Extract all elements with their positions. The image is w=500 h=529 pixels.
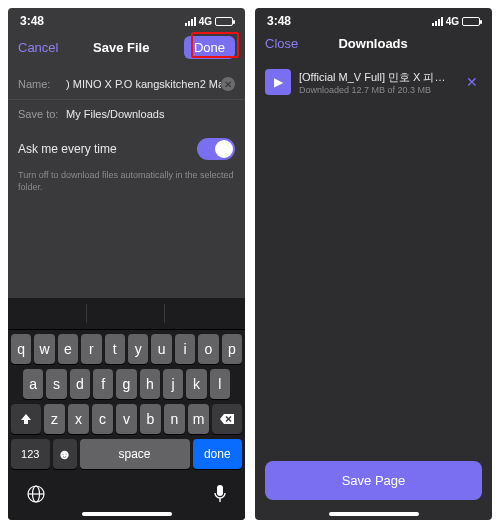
emoji-key[interactable]: ☻ (53, 439, 77, 469)
key-f[interactable]: f (93, 369, 113, 399)
download-item[interactable]: ▶ [Official M_V Full] 민호 X 피오 - 쓰담쓰담 (… … (255, 61, 492, 103)
space-key[interactable]: space (80, 439, 190, 469)
save-file-screen: 3:48 4G Cancel Save File Done Name: ) MI… (8, 8, 245, 520)
battery-icon (215, 17, 233, 26)
hint-text: Turn off to download files automatically… (8, 170, 245, 201)
keyboard: qwertyuiop asdfghjkl zxcvbnm 123 ☻ space… (8, 298, 245, 520)
status-time: 3:48 (20, 14, 44, 28)
ask-toggle-row: Ask me every time (8, 128, 245, 170)
done-button[interactable]: Done (184, 36, 235, 59)
key-h[interactable]: h (140, 369, 160, 399)
key-z[interactable]: z (44, 404, 65, 434)
key-s[interactable]: s (46, 369, 66, 399)
page-title: Downloads (338, 36, 407, 51)
nav-bar: Close Downloads (255, 30, 492, 61)
key-u[interactable]: u (151, 334, 171, 364)
saveto-value: My Files/Downloads (66, 108, 235, 120)
play-icon: ▶ (265, 69, 291, 95)
saveto-row[interactable]: Save to: My Files/Downloads (8, 100, 245, 128)
key-x[interactable]: x (68, 404, 89, 434)
key-j[interactable]: j (163, 369, 183, 399)
cancel-download-icon[interactable]: ✕ (462, 74, 482, 90)
key-d[interactable]: d (70, 369, 90, 399)
key-p[interactable]: p (222, 334, 242, 364)
ask-toggle[interactable] (197, 138, 235, 160)
name-label: Name: (18, 78, 66, 90)
close-button[interactable]: Close (265, 36, 298, 51)
key-i[interactable]: i (175, 334, 195, 364)
name-row: Name: ) MINO X P.O kangskitchen2 Main Th… (8, 69, 245, 100)
battery-icon (462, 17, 480, 26)
nav-bar: Cancel Save File Done (8, 30, 245, 69)
numbers-key[interactable]: 123 (11, 439, 50, 469)
kb-done-key[interactable]: done (193, 439, 243, 469)
save-page-button[interactable]: Save Page (265, 461, 482, 500)
key-o[interactable]: o (198, 334, 218, 364)
key-e[interactable]: e (58, 334, 78, 364)
key-b[interactable]: b (140, 404, 161, 434)
page-title: Save File (93, 40, 149, 55)
download-subtitle: Downloaded 12.7 MB of 20.3 MB (299, 85, 454, 95)
svg-rect-5 (217, 485, 223, 496)
home-indicator[interactable] (82, 512, 172, 516)
key-n[interactable]: n (164, 404, 185, 434)
key-l[interactable]: l (210, 369, 230, 399)
key-c[interactable]: c (92, 404, 113, 434)
kb-row1: qwertyuiop (11, 334, 242, 364)
suggestion-bar[interactable] (8, 298, 245, 330)
network-label: 4G (199, 16, 212, 27)
status-time: 3:48 (267, 14, 291, 28)
mic-icon[interactable] (213, 484, 227, 504)
key-a[interactable]: a (23, 369, 43, 399)
saveto-label: Save to: (18, 108, 66, 120)
status-bar: 3:48 4G (255, 8, 492, 30)
kb-row2: asdfghjkl (11, 369, 242, 399)
name-input[interactable]: ) MINO X P.O kangskitchen2 Main Theme.r (66, 78, 221, 90)
key-r[interactable]: r (81, 334, 101, 364)
signal-icon (185, 17, 196, 26)
status-bar: 3:48 4G (8, 8, 245, 30)
signal-icon (432, 17, 443, 26)
ask-label: Ask me every time (18, 142, 117, 156)
key-g[interactable]: g (116, 369, 136, 399)
cancel-button[interactable]: Cancel (18, 40, 58, 55)
key-y[interactable]: y (128, 334, 148, 364)
key-q[interactable]: q (11, 334, 31, 364)
globe-icon[interactable] (26, 484, 46, 504)
downloads-screen: 3:48 4G Close Downloads ▶ [Official M_V … (255, 8, 492, 520)
key-k[interactable]: k (186, 369, 206, 399)
key-t[interactable]: t (105, 334, 125, 364)
key-w[interactable]: w (34, 334, 54, 364)
network-label: 4G (446, 16, 459, 27)
clear-icon[interactable]: ✕ (221, 77, 235, 91)
key-m[interactable]: m (188, 404, 209, 434)
kb-row3: zxcvbnm (11, 404, 242, 434)
backspace-key[interactable] (212, 404, 242, 434)
shift-key[interactable] (11, 404, 41, 434)
download-title: [Official M_V Full] 민호 X 피오 - 쓰담쓰담 (… (299, 70, 454, 85)
key-v[interactable]: v (116, 404, 137, 434)
home-indicator[interactable] (329, 512, 419, 516)
